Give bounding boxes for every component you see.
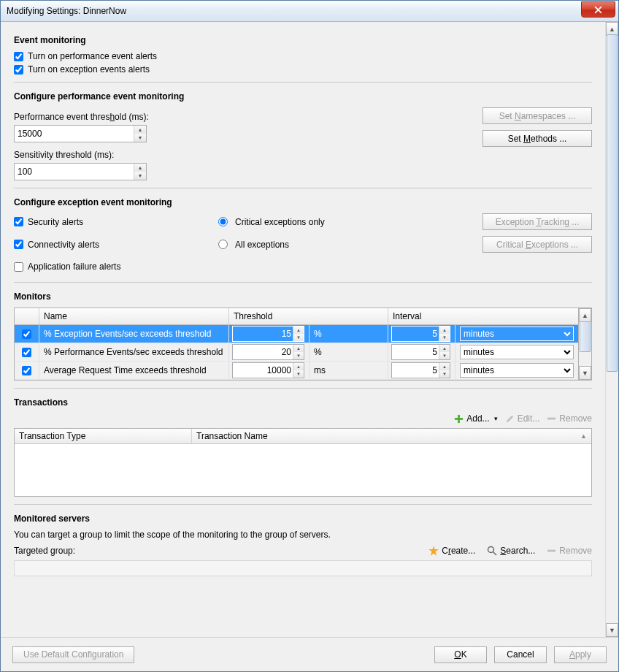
event-monitoring-heading: Event monitoring bbox=[14, 35, 592, 45]
monitor-name: Average Request Time exceeds threshold bbox=[39, 362, 229, 379]
search-icon bbox=[487, 546, 497, 556]
spin-down-icon[interactable]: ▼ bbox=[134, 172, 146, 180]
threshold-input[interactable]: ▲▼ bbox=[232, 344, 304, 360]
dropdown-icon: ▾ bbox=[494, 415, 498, 422]
monitor-enabled-checkbox[interactable] bbox=[22, 329, 31, 339]
spin-up-icon[interactable]: ▲ bbox=[134, 126, 146, 134]
col-name[interactable]: Name bbox=[39, 308, 229, 324]
sensitivity-label: Sensitivity threshold (ms): bbox=[14, 150, 417, 160]
plus-icon bbox=[454, 414, 464, 424]
titlebar[interactable]: Modifying Settings: DinnerNow bbox=[1, 1, 618, 22]
edit-transaction-button: Edit... bbox=[505, 413, 540, 424]
set-methods-button[interactable]: Set Methods ... bbox=[482, 130, 592, 147]
main-scrollbar[interactable]: ▲ ▼ bbox=[605, 22, 618, 637]
separator bbox=[14, 282, 592, 283]
interval-input[interactable]: ▲▼ bbox=[391, 362, 450, 378]
separator bbox=[14, 388, 592, 389]
transactions-heading: Transactions bbox=[14, 397, 592, 408]
close-button[interactable] bbox=[581, 1, 615, 18]
interval-input[interactable]: ▲▼ bbox=[391, 326, 450, 342]
scroll-down-icon[interactable]: ▼ bbox=[606, 623, 618, 637]
window-title: Modifying Settings: DinnerNow bbox=[7, 6, 581, 16]
interval-unit-select[interactable]: minutes bbox=[460, 345, 574, 359]
ok-button[interactable]: OK bbox=[434, 646, 487, 663]
security-alerts-checkbox[interactable]: Security alerts bbox=[14, 217, 218, 227]
set-namespaces-button[interactable]: Set Namespaces ... bbox=[482, 107, 592, 124]
spin-up-icon[interactable]: ▲ bbox=[134, 164, 146, 172]
dialog-footer: Use Default Configuration OK Cancel Appl… bbox=[1, 637, 618, 671]
monitor-row[interactable]: % Exception Events/sec exceeds threshold… bbox=[15, 325, 578, 343]
cancel-button[interactable]: Cancel bbox=[494, 646, 547, 663]
monitor-row[interactable]: % Performance Events/sec exceeds thresho… bbox=[15, 343, 578, 362]
connectivity-alerts-checkbox[interactable]: Connectivity alerts bbox=[14, 240, 218, 250]
sort-icon: ▲ bbox=[580, 432, 587, 440]
remove-transaction-button: Remove bbox=[547, 413, 592, 424]
interval-unit-select[interactable]: minutes bbox=[460, 363, 574, 378]
threshold-unit: % bbox=[310, 325, 388, 343]
threshold-unit: ms bbox=[310, 362, 388, 379]
svg-rect-2 bbox=[547, 417, 555, 419]
monitor-name: % Exception Events/sec exceeds threshold bbox=[39, 325, 229, 343]
transactions-grid: Transaction Type Transaction Name▲ bbox=[14, 428, 592, 497]
col-transaction-type[interactable]: Transaction Type bbox=[15, 429, 192, 443]
exception-alerts-checkbox[interactable]: Turn on exception events alerts bbox=[14, 64, 592, 75]
monitors-scrollbar[interactable]: ▲ ▼ bbox=[579, 308, 592, 381]
servers-desc: You can target a group to limit the scop… bbox=[14, 530, 592, 540]
apply-button[interactable]: Apply bbox=[554, 646, 607, 663]
targeted-group-input bbox=[14, 560, 592, 576]
remove-group-button: Remove bbox=[547, 546, 592, 556]
spin-down-icon[interactable]: ▼ bbox=[134, 134, 146, 142]
separator bbox=[14, 504, 592, 505]
perf-threshold-label: Performance event threshold (ms): bbox=[14, 112, 417, 122]
use-default-button[interactable]: Use Default Configuration bbox=[12, 646, 134, 663]
perf-heading: Configure performance event monitoring bbox=[14, 91, 592, 102]
minus-icon bbox=[547, 416, 556, 421]
add-transaction-button[interactable]: Add...▾ bbox=[454, 413, 497, 424]
scroll-down-icon[interactable]: ▼ bbox=[579, 366, 591, 380]
scroll-up-icon[interactable]: ▲ bbox=[579, 308, 591, 322]
scroll-thumb[interactable] bbox=[607, 34, 618, 372]
monitor-enabled-checkbox[interactable] bbox=[22, 348, 31, 357]
separator bbox=[14, 188, 592, 188]
create-group-button[interactable]: Create... bbox=[428, 546, 475, 556]
scroll-thumb[interactable] bbox=[580, 321, 591, 352]
monitors-grid: Name Threshold Interval % Exception Even… bbox=[14, 308, 579, 381]
threshold-input[interactable]: ▲▼ bbox=[232, 326, 304, 342]
svg-rect-5 bbox=[547, 549, 555, 551]
svg-rect-1 bbox=[455, 418, 463, 420]
search-group-button[interactable]: Search... bbox=[487, 546, 535, 556]
app-failure-checkbox[interactable]: Application failure alerts bbox=[14, 261, 218, 272]
svg-line-4 bbox=[493, 552, 497, 556]
svg-point-3 bbox=[488, 547, 494, 553]
col-transaction-name[interactable]: Transaction Name▲ bbox=[192, 429, 591, 443]
threshold-unit: % bbox=[310, 343, 388, 361]
separator bbox=[14, 82, 592, 83]
exc-heading: Configure exception event monitoring bbox=[14, 197, 592, 207]
close-icon bbox=[594, 6, 602, 14]
monitors-heading: Monitors bbox=[14, 291, 592, 302]
monitor-name: % Performance Events/sec exceeds thresho… bbox=[39, 343, 229, 361]
monitor-enabled-checkbox[interactable] bbox=[22, 366, 31, 375]
servers-heading: Monitored servers bbox=[14, 513, 592, 524]
exception-tracking-button[interactable]: Exception Tracking ... bbox=[482, 213, 592, 230]
monitors-header: Name Threshold Interval bbox=[15, 308, 578, 325]
critical-exceptions-button[interactable]: Critical Exceptions ... bbox=[482, 236, 592, 253]
threshold-input[interactable]: ▲▼ bbox=[232, 362, 304, 378]
all-exceptions-radio[interactable]: All exceptions bbox=[218, 240, 423, 250]
interval-input[interactable]: ▲▼ bbox=[391, 344, 450, 360]
critical-only-radio[interactable]: Critical exceptions only bbox=[218, 217, 423, 227]
perf-alerts-checkbox[interactable]: Turn on performance event alerts bbox=[14, 51, 592, 61]
col-threshold[interactable]: Threshold bbox=[229, 308, 388, 324]
targeted-group-label: Targeted group: bbox=[14, 546, 75, 556]
monitor-row[interactable]: Average Request Time exceeds threshold▲▼… bbox=[15, 362, 578, 380]
dialog-body: Event monitoring Turn on performance eve… bbox=[1, 22, 605, 637]
star-icon bbox=[428, 546, 439, 556]
col-interval[interactable]: Interval bbox=[388, 308, 578, 324]
pencil-icon bbox=[505, 414, 515, 424]
settings-window: Modifying Settings: DinnerNow Event moni… bbox=[0, 0, 619, 672]
perf-threshold-input[interactable]: ▲▼ bbox=[14, 125, 147, 142]
sensitivity-input[interactable]: ▲▼ bbox=[14, 163, 147, 180]
interval-unit-select[interactable]: minutes bbox=[460, 327, 574, 341]
minus-icon bbox=[547, 549, 556, 554]
